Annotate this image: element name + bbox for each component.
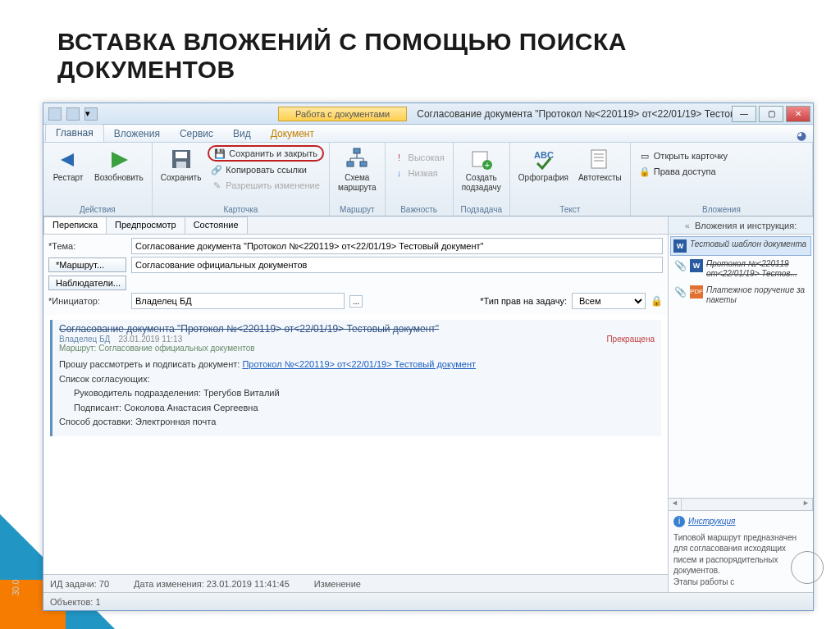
qat-icon[interactable]	[66, 107, 80, 121]
resume-button[interactable]: Возобновить	[91, 145, 147, 185]
group-card: Сохранить 💾 Сохранить и закрыть 🔗 Копиро…	[153, 143, 330, 216]
qat-dropdown-icon[interactable]: ▾	[84, 107, 98, 121]
ribbon-tab-attachments[interactable]: Вложения	[104, 125, 170, 142]
group-route: Схема маршрута Маршрут	[330, 143, 386, 216]
content-area: Переписка Предпросмотр Состояние *Тема: …	[43, 217, 813, 592]
restart-icon	[56, 147, 80, 171]
subtask-icon: +	[469, 147, 494, 171]
attachment-item[interactable]: 📎 W Протокол №<220119 от<22/01/19> Тесто…	[670, 256, 811, 282]
clip-icon: 📎	[673, 259, 687, 272]
subtab-preview[interactable]: Предпросмотр	[106, 217, 185, 234]
main-pane: Переписка Предпросмотр Состояние *Тема: …	[43, 217, 669, 592]
restart-button[interactable]: Рестарт	[48, 145, 88, 185]
group-actions: Рестарт Возобновить Действия	[43, 143, 153, 216]
importance-high-button[interactable]: ! Высокая	[390, 150, 448, 165]
initiator-picker-icon[interactable]: ...	[349, 295, 363, 308]
instruction-link[interactable]: Инструкция	[688, 517, 735, 526]
qat-icon[interactable]	[48, 107, 62, 121]
importance-high-icon: !	[394, 152, 405, 163]
change-status: Изменение	[314, 579, 361, 589]
minimize-button[interactable]: —	[732, 106, 756, 122]
spellcheck-icon: ABC	[531, 147, 555, 171]
subtab-correspondence[interactable]: Переписка	[43, 217, 107, 234]
status-bar-bottom: Объектов: 1	[43, 592, 813, 610]
access-rights-button[interactable]: 🔒 Права доступа	[636, 164, 731, 179]
chevron-left-icon[interactable]: «	[685, 221, 690, 230]
scheme-icon	[345, 147, 369, 171]
scroll-left-icon[interactable]: ◄	[669, 499, 682, 510]
observers-button[interactable]: Наблюдатели...	[48, 276, 126, 290]
maximize-button[interactable]: ▢	[759, 106, 783, 122]
help-icon[interactable]: ◕	[797, 129, 806, 142]
attachments-list: W Тестовый шаблон документа 📎 W Протокол…	[669, 235, 813, 310]
pdf-icon: PDF	[690, 285, 703, 299]
topic-input[interactable]	[131, 238, 663, 254]
word-icon: W	[690, 259, 703, 272]
objects-count: Объектов: 1	[50, 597, 101, 607]
save-close-button[interactable]: 💾 Сохранить и закрыть	[208, 145, 324, 162]
close-button[interactable]: ✕	[786, 106, 810, 122]
initiator-input[interactable]	[131, 293, 345, 309]
group-importance: ! Высокая ↓ Низкая Важность	[386, 143, 454, 216]
slide-date: 30.0	[11, 580, 21, 595]
status-bar-info: ИД задачи: 70 Дата изменения: 23.01.2019…	[43, 574, 668, 592]
svg-rect-4	[347, 162, 354, 166]
form-area: *Тема: *Маршрут... Наблюдатели... *Иници…	[43, 235, 668, 315]
route-input[interactable]	[131, 257, 663, 273]
app-window: ▾ Работа с документами Согласование доку…	[43, 103, 814, 611]
topic-label: *Тема:	[48, 241, 126, 251]
message-area: Согласование документа "Протокол №<22011…	[43, 315, 668, 574]
svg-text:+: +	[485, 161, 490, 170]
message-block: Согласование документа "Протокол №<22011…	[50, 320, 661, 436]
instruction-panel: iИнструкция Типовой маршрут предназначен…	[669, 511, 813, 593]
save-button[interactable]: Сохранить	[158, 145, 205, 185]
side-scrollbar[interactable]: ◄ ►	[669, 498, 813, 511]
message-date: 23.01.2019 11:13	[118, 335, 182, 344]
attachment-item[interactable]: W Тестовый шаблон документа	[670, 236, 811, 256]
info-icon: i	[673, 516, 685, 527]
context-tab-label: Работа с документами	[278, 107, 407, 121]
svg-rect-5	[360, 162, 367, 166]
ribbon-tab-view[interactable]: Вид	[223, 125, 261, 142]
ribbon-tab-service[interactable]: Сервис	[170, 125, 223, 142]
ribbon-tab-document[interactable]: Документ	[261, 125, 324, 142]
modified-date: Дата изменения: 23.01.2019 11:41:45	[134, 579, 290, 589]
slide-title: ВСТАВКА ВЛОЖЕНИЙ С ПОМОЩЬЮ ПОИСКА ДОКУМЕ…	[0, 0, 840, 95]
route-button[interactable]: *Маршрут...	[48, 258, 126, 272]
edit-icon: ✎	[211, 180, 222, 191]
rights-select[interactable]: Всем	[572, 293, 646, 309]
window-controls: — ▢ ✕	[732, 106, 813, 122]
create-subtask-button[interactable]: + Создать подзадачу	[459, 145, 504, 194]
autotext-button[interactable]: Автотексты	[575, 145, 625, 185]
resume-icon	[107, 147, 131, 171]
attachment-item[interactable]: 📎 PDF Платежное поручение за пакеты	[670, 282, 811, 308]
ribbon-tabs: Главная Вложения Сервис Вид Документ ◕	[43, 125, 813, 143]
message-status: Прекращена	[606, 335, 655, 344]
ribbon: Рестарт Возобновить Действия Сохранить 💾	[43, 143, 813, 217]
route-scheme-button[interactable]: Схема маршрута	[335, 145, 380, 194]
titlebar: ▾ Работа с документами Согласование доку…	[43, 103, 813, 125]
lock-icon: 🔒	[651, 295, 663, 307]
allow-edit-button[interactable]: ✎ Разрешить изменение	[208, 178, 324, 193]
svg-rect-3	[354, 148, 360, 153]
save-close-icon: 💾	[214, 148, 226, 159]
importance-low-icon: ↓	[394, 167, 405, 179]
importance-low-button[interactable]: ↓ Низкая	[390, 166, 448, 180]
task-id: ИД задачи: 70	[50, 579, 109, 589]
group-text: ABC Орфография Автотексты Текст	[510, 143, 631, 216]
group-attachments: ▭ Открыть карточку 🔒 Права доступа Вложе…	[631, 143, 813, 216]
window-title: Согласование документа "Протокол №<22011…	[407, 108, 732, 120]
rights-label: *Тип прав на задачу:	[480, 296, 567, 306]
open-card-button[interactable]: ▭ Открыть карточку	[636, 148, 731, 163]
subtab-state[interactable]: Состояние	[185, 217, 248, 234]
card-icon: ▭	[639, 150, 651, 162]
svg-text:ABC: ABC	[534, 150, 554, 160]
ribbon-tab-main[interactable]: Главная	[45, 124, 104, 142]
copy-link-button[interactable]: 🔗 Копировать ссылки	[208, 162, 324, 177]
side-header: « Вложения и инструкция:	[669, 217, 813, 235]
quick-access-toolbar[interactable]: ▾	[43, 107, 98, 121]
scroll-right-icon[interactable]: ►	[800, 499, 813, 510]
document-link[interactable]: Протокол №<220119> от<22/01/19> Тестовый…	[242, 359, 476, 369]
spellcheck-button[interactable]: ABC Орфография	[515, 145, 572, 185]
initiator-label: *Инициатор:	[48, 296, 126, 306]
